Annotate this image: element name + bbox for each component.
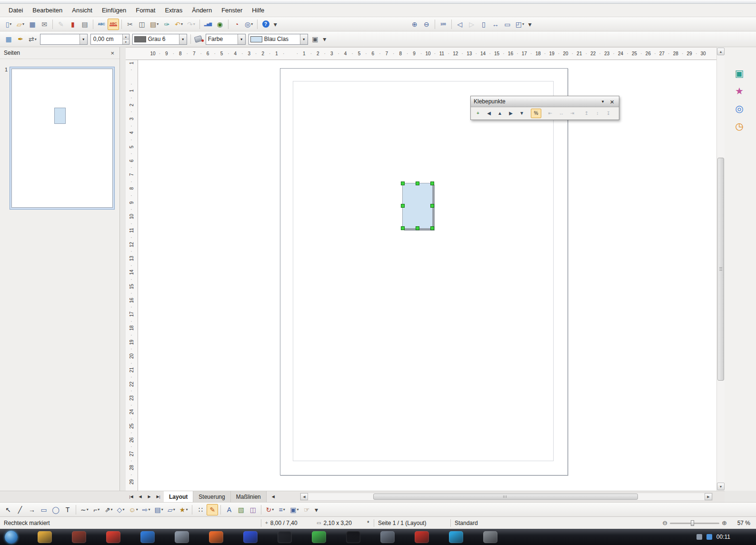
selection-handle-top-middle[interactable] [416,182,419,185]
scroll-down-icon[interactable]: ▼ [717,483,725,490]
line-style-select[interactable]: ▼ [40,34,88,45]
taskbar-app-9[interactable] [312,531,326,543]
dropdown-arrow-icon[interactable]: ▾ [122,507,124,512]
menu-einfuegen[interactable]: Einfügen [97,4,131,16]
cut-button[interactable]: ✂ [124,19,136,30]
table-button[interactable]: ▦ [3,33,14,45]
menu-datei[interactable]: Datei [4,4,28,16]
dropdown-arrow-icon[interactable]: ▾ [136,507,138,512]
line-options-button[interactable]: ▾ [321,33,328,45]
dropdown-arrow-icon[interactable]: ▾ [251,22,253,26]
chart-button[interactable]: ▂▅▇ [202,19,214,30]
desktop-icon-navigator[interactable]: ◎ [732,101,746,116]
selection-handle-middle-right[interactable] [430,204,434,208]
line-width-spinner[interactable]: 0,00 cm ▲ ▼ [90,34,129,45]
first-page-button[interactable]: |◀ [127,493,136,501]
taskbar-app-13[interactable] [449,531,463,543]
fill-color-select[interactable]: Blau Clas ▼ [249,34,308,45]
toolbar-options-button[interactable]: ▾ [272,19,279,30]
line-color-select[interactable]: Grau 6 ▼ [132,34,187,45]
zoom-out-icon[interactable]: ⊖ [662,519,667,526]
zoom-object-button[interactable]: ◰▾ [514,19,526,30]
taskbar-app-3[interactable] [106,531,120,543]
symbol-shapes-button[interactable]: ☺▾ [127,504,140,515]
dropdown-arrow-icon[interactable]: ▾ [149,507,150,512]
spellcheck-button[interactable]: ABC [96,19,107,30]
horizontal-scrollbar-thumb[interactable] [373,494,638,500]
dropdown-arrow-icon[interactable]: ▾ [22,22,24,26]
zoom-button[interactable]: ◎▾ [243,19,255,30]
dropdown-arrow-icon[interactable]: ▾ [10,22,11,26]
rectangle-button[interactable]: ▭ [38,504,50,515]
dropdown-arrow-icon[interactable]: ▾ [87,507,89,512]
zoom-in-button[interactable]: ⊕ [409,19,420,30]
block-arrows-button[interactable]: ⇨▾ [140,504,152,515]
edit-points-button[interactable]: ∷ [195,504,206,515]
stars-button[interactable]: ★▾ [178,504,190,515]
menu-ansicht[interactable]: Ansicht [67,4,97,16]
taskbar-clock[interactable]: 00:11 [716,534,730,540]
taskbar-app-6[interactable] [209,531,223,543]
scroll-right-icon[interactable]: ▶ [705,493,712,500]
menu-fenster[interactable]: Fenster [217,4,247,16]
zoom-in-icon[interactable]: ⊕ [722,519,727,526]
style-status[interactable]: Standard [451,517,565,529]
taskbar-app-1[interactable] [38,531,52,543]
taskbar-app-8[interactable] [278,531,292,543]
arrange-button[interactable]: ▣▾ [288,504,300,515]
copy-button[interactable]: ◫ [136,19,148,30]
tray-icon-2[interactable] [706,534,712,540]
dropdown-arrow-icon[interactable]: ▾ [186,507,188,512]
menu-aendern[interactable]: Ändern [187,4,217,16]
exit-left-button[interactable]: ◀ [484,109,494,118]
zoom-page-width-button[interactable]: ↔ [490,19,501,30]
menu-hilfe[interactable]: Hilfe [247,4,269,16]
lines-arrows-button[interactable]: ⇗▾ [103,504,115,515]
selection-handle-top-left[interactable] [401,182,405,185]
menu-bearbeiten[interactable]: Bearbeiten [28,4,67,16]
chevron-down-icon[interactable]: ▼ [179,34,187,44]
dropdown-arrow-icon[interactable]: ▾ [35,37,37,41]
connector-button[interactable]: ⌐▾ [91,504,102,515]
zoom-100-button[interactable]: 100 [438,19,449,30]
selected-rectangle-shape[interactable] [402,183,433,229]
arrow-style-button[interactable]: ⇄▾ [27,33,39,45]
page-thumbnail[interactable]: 1 [10,67,115,210]
desktop-icon-3d[interactable]: ▣ [732,66,746,81]
tab-steuerung[interactable]: Steuerung [193,491,230,502]
zoom-options-button[interactable]: ▾ [527,19,533,30]
shadow-button[interactable]: ▣ [309,33,321,45]
ellipse-button[interactable]: ◯ [50,504,61,515]
selection-handle-middle-left[interactable] [401,204,405,208]
fill-style-select[interactable]: Farbe ▼ [206,34,246,45]
gluepoints-titlebar[interactable]: Klebepunkte ▼ × [471,96,619,107]
last-page-button[interactable]: ▶| [154,493,163,501]
zoom-previous-button[interactable]: ◁ [454,19,466,30]
scroll-up-icon[interactable]: ▲ [717,48,725,55]
send-email-button[interactable]: ✉ [39,19,50,30]
gluepoint-relative-button[interactable]: % [531,109,541,118]
line-pen-button[interactable]: ✒ [15,33,26,45]
zoom-percentage[interactable]: 57 % [729,520,750,526]
dropdown-arrow-icon[interactable]: ▾ [110,507,112,512]
zoom-page-button[interactable]: ▯ [478,19,489,30]
dropdown-arrow-icon[interactable]: ▾ [157,22,159,26]
spin-up-icon[interactable]: ▲ [123,34,129,39]
dropdown-arrow-icon[interactable]: ▾ [181,22,183,26]
undo-button[interactable]: ↶▾ [173,19,185,30]
toolbar-menu-icon[interactable]: ▼ [597,100,608,104]
tab-masslinien[interactable]: Maßlinien [231,491,267,502]
desktop-icon-gallery[interactable]: ★ [732,84,746,98]
align-button[interactable]: ≡▾ [276,504,288,515]
selection-handle-bottom-left[interactable] [401,226,405,230]
text-button[interactable]: T [62,504,73,515]
hyperlink-button[interactable]: ◉ [214,19,226,30]
gallery-button[interactable]: ◫ [247,504,259,515]
drawing-canvas[interactable]: Klebepunkte ▼ × +◀▲▶▼%⇤↔⇥↥↕↧ [138,60,716,491]
taskbar-app-14[interactable] [483,531,497,543]
start-button[interactable] [5,531,18,544]
menu-extras[interactable]: Extras [160,4,187,16]
paste-button[interactable]: ▤▾ [148,19,160,30]
export-pdf-button[interactable]: ▮ [67,19,79,30]
vertical-scrollbar-thumb[interactable] [717,158,724,381]
